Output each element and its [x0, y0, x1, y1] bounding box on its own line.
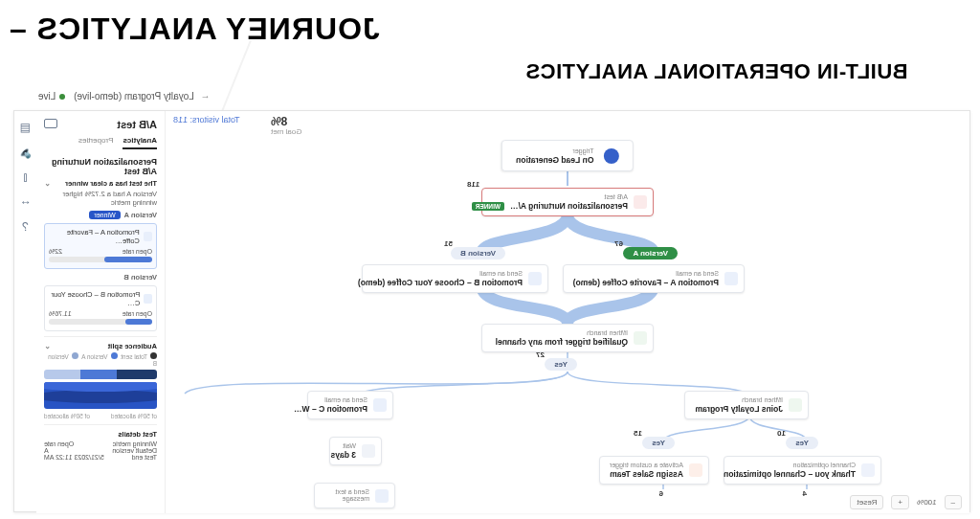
- slide-subtitle: BUILT-IN OPERATIONAL ANALYTICS: [525, 59, 927, 84]
- condition-icon: [634, 331, 647, 345]
- audience-title: Audience split: [108, 342, 157, 350]
- pill-yes-3[interactable]: Yes: [642, 437, 675, 449]
- tab-properties[interactable]: Properties: [78, 136, 113, 149]
- pill-yes-2[interactable]: Yes: [786, 437, 818, 449]
- ab-winner-badge: WINNER: [472, 202, 504, 211]
- right-toolbar: ▤ 🔈 ⫿ ↔ ?: [14, 111, 37, 511]
- zoom-in-button[interactable]: +: [891, 495, 909, 509]
- chevron-down-icon[interactable]: ⌄: [44, 342, 51, 350]
- audience-stack: [44, 370, 157, 379]
- email-icon: [144, 294, 152, 304]
- trigger-label: On Lead Generation: [516, 155, 593, 165]
- audience-waves: [44, 382, 157, 409]
- goal-percent: 8%: [271, 115, 287, 128]
- expand-icon[interactable]: ↔: [19, 195, 33, 209]
- node-loyalty[interactable]: If/then branch Joins Loyalty Program: [684, 391, 809, 419]
- preview-icon[interactable]: [44, 119, 57, 128]
- node-optimization[interactable]: Channel optimization Thank you – Channel…: [724, 456, 881, 485]
- pill-yes-1[interactable]: Yes: [545, 358, 577, 371]
- detail-row: Winning metricOpen rate: [44, 440, 157, 447]
- count-6: 6: [166, 489, 663, 498]
- pill-version-a[interactable]: Version A: [623, 247, 678, 260]
- layers-icon[interactable]: ▤: [19, 121, 33, 134]
- audience-legend: Total sent Version A Version B: [44, 352, 157, 367]
- yes3-count: 15: [166, 429, 642, 438]
- winner-line: Version A had a 2.72% higher winning met…: [44, 190, 157, 207]
- detail-row: Default versionA: [44, 447, 157, 454]
- ab-icon: [634, 195, 647, 209]
- ab-sub: A/B test: [490, 193, 628, 200]
- bar-b: [49, 319, 152, 325]
- speaker-icon[interactable]: 🔈: [19, 146, 33, 159]
- version-a-name: Version A: [124, 211, 157, 219]
- help-icon[interactable]: ?: [19, 220, 33, 234]
- slide-title: JOURNEY ANALYTICS –: [9, 11, 449, 47]
- task-icon: [689, 463, 702, 477]
- node-email-b[interactable]: Send an email Promotion B – Choose Your …: [362, 264, 548, 293]
- detail-row: Test end5/21/2023 11:22 AM: [44, 454, 157, 461]
- node-email-a[interactable]: Send an email Promotion A – Favorite Cof…: [563, 264, 745, 293]
- trigger-dot-icon: [604, 148, 619, 164]
- canvas-zoom-bar: – 100% + Reset: [851, 495, 963, 509]
- version-b-count: 51: [166, 239, 453, 248]
- version-a-card[interactable]: Promotion A – Favorite Coffe… Open rate2…: [44, 223, 157, 269]
- back-arrow-icon[interactable]: ←: [201, 91, 211, 102]
- version-b-name: Version B: [123, 273, 157, 282]
- status-badge: Live: [38, 91, 65, 102]
- chart-icon[interactable]: ⫿: [19, 170, 33, 184]
- node-abtest[interactable]: A/B test Personalization Nurturing A/… W…: [481, 188, 654, 216]
- ab-label: Personalization Nurturing A/…: [510, 201, 628, 211]
- winner-title: The test has a clear winner: [65, 179, 157, 188]
- status-dot-icon: [59, 94, 65, 100]
- node-trigger[interactable]: Trigger On Lead Generation: [501, 140, 634, 171]
- yes1-count: 27: [166, 350, 545, 359]
- node-wait-response[interactable]: Send a text message: [314, 483, 395, 508]
- breadcrumb-name: Loyalty Program (demo-live): [74, 91, 194, 102]
- wait-icon: [362, 444, 375, 458]
- breadcrumb[interactable]: ← Loyalty Program (demo-live) Live: [38, 91, 211, 102]
- details-title: Test details: [44, 430, 157, 439]
- goal-label: Goal met: [271, 127, 301, 136]
- node-task[interactable]: Activate a custom trigger Assign Sales T…: [599, 456, 709, 485]
- node-email-c[interactable]: Send an email Promotion C – W…: [307, 391, 393, 419]
- node-ifthen[interactable]: If/then branch Qualified trigger from an…: [481, 324, 654, 352]
- node-wait[interactable]: Wait 3 days: [329, 437, 382, 465]
- email-icon: [528, 272, 542, 285]
- panel-title: A/B test: [44, 119, 157, 130]
- reset-view-button[interactable]: Reset: [851, 495, 884, 509]
- email-icon: [724, 272, 738, 285]
- panel-headline: Personalization Nurturing A/B test: [44, 157, 157, 176]
- trigger-sub: Trigger: [516, 147, 593, 154]
- sms-icon: [375, 489, 389, 503]
- winner-badge: Winner: [89, 211, 120, 219]
- visitors-link[interactable]: Total visitors: 118: [173, 115, 240, 124]
- side-panel: A/B test Analytics Properties Personaliz…: [36, 111, 166, 513]
- app-frame: ▤ 🔈 ⫿ ↔ ? 8% Goal met Total visitors: 11…: [13, 110, 970, 512]
- version-b-card[interactable]: Promotion B – Choose Your C… Open rate11…: [44, 285, 157, 331]
- ab-count: 118: [467, 180, 479, 189]
- email-icon: [144, 232, 152, 241]
- email-icon: [373, 398, 387, 412]
- pill-version-b[interactable]: Version B: [451, 247, 505, 260]
- tab-analytics[interactable]: Analytics: [122, 136, 157, 149]
- panel-tabs: Analytics Properties: [44, 136, 157, 149]
- zoom-out-button[interactable]: –: [945, 495, 962, 509]
- optimization-icon: [861, 463, 875, 477]
- flow-connectors: [166, 111, 969, 513]
- journey-canvas[interactable]: 8% Goal met Total visitors: 118: [166, 111, 969, 513]
- bar-a: [49, 257, 152, 262]
- condition-icon: [789, 398, 802, 412]
- chevron-down-icon[interactable]: ⌄: [44, 179, 51, 188]
- zoom-level: 100%: [917, 498, 936, 507]
